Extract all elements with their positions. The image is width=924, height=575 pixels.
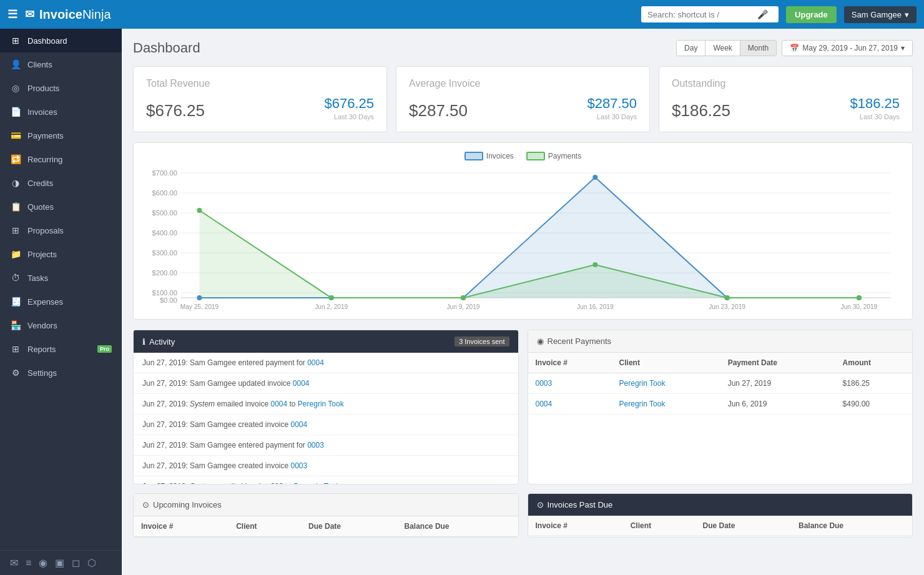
upcoming-invoices-header-left: ⊙ Upcoming Invoices bbox=[142, 500, 222, 509]
invoice-link[interactable]: 0004 bbox=[536, 400, 553, 408]
main-content: Dashboard Day Week Month 📅 May 29, 2019 … bbox=[122, 29, 924, 575]
sidebar-item-proposals[interactable]: ⊞ Proposals bbox=[0, 219, 122, 242]
sidebar-item-label: Payments bbox=[27, 131, 112, 140]
payment-dot-4 bbox=[592, 262, 597, 267]
email-icon[interactable]: ✉ bbox=[10, 557, 18, 569]
total-revenue-title: Total Revenue bbox=[146, 78, 374, 89]
list-icon[interactable]: ≡ bbox=[26, 558, 31, 569]
client-link[interactable]: Peregrin Took bbox=[619, 400, 666, 408]
total-revenue-sub: Last 30 Days bbox=[324, 113, 374, 120]
activity-item: Jun 27, 2019: Sam Gamgee entered payment… bbox=[134, 353, 518, 373]
reports-icon: ⊞ bbox=[10, 344, 21, 354]
sidebar-item-credits[interactable]: ◑ Credits bbox=[0, 171, 122, 195]
sidebar-item-expenses[interactable]: 🧾 Expenses bbox=[0, 290, 122, 313]
payment-date: Jun 6, 2019 bbox=[720, 394, 835, 415]
col-balance-due: Balance Due bbox=[791, 516, 912, 536]
invoices-legend-box bbox=[464, 152, 483, 160]
invoice-link[interactable]: 0004 bbox=[307, 358, 324, 367]
activity-panel-header: ℹ Activity 3 Invoices sent bbox=[134, 330, 518, 353]
sidebar-item-quotes[interactable]: 📋 Quotes bbox=[0, 195, 122, 219]
invoice-link[interactable]: 0003 bbox=[290, 461, 307, 470]
sidebar-item-label: Products bbox=[27, 84, 112, 93]
table-header-row: Invoice # Client Due Date Balance Due bbox=[134, 516, 518, 537]
tasks-icon: ⏱ bbox=[10, 273, 21, 283]
svg-text:Jun 16, 2019: Jun 16, 2019 bbox=[577, 303, 614, 310]
period-week-button[interactable]: Week bbox=[705, 41, 740, 56]
recent-payments-header-left: ◉ Recent Payments bbox=[537, 337, 612, 346]
box-icon[interactable]: ◻ bbox=[72, 557, 80, 569]
period-day-button[interactable]: Day bbox=[677, 41, 705, 56]
search-input[interactable] bbox=[647, 10, 754, 19]
sidebar-item-projects[interactable]: 📁 Projects bbox=[0, 242, 122, 266]
total-revenue-main: $676.25 bbox=[146, 101, 205, 120]
sidebar-item-vendors[interactable]: 🏪 Vendors bbox=[0, 313, 122, 337]
vendors-icon: 🏪 bbox=[10, 320, 21, 330]
invoices-past-due-header-left: ⊙ Invoices Past Due bbox=[537, 500, 613, 509]
recurring-icon: 🔁 bbox=[10, 154, 21, 164]
svg-text:$600.00: $600.00 bbox=[152, 189, 177, 197]
logo-text: InvoiceNinja bbox=[39, 7, 111, 22]
invoice-dot-4 bbox=[592, 175, 597, 180]
grid-icon[interactable]: ▣ bbox=[55, 557, 64, 569]
user-name: Sam Gamgee bbox=[852, 10, 902, 19]
svg-text:May 25, 2019: May 25, 2019 bbox=[180, 303, 219, 310]
sidebar-item-dashboard[interactable]: ⊞ Dashboard bbox=[0, 29, 122, 52]
upcoming-invoices-body: Invoice # Client Due Date Balance Due bbox=[134, 516, 518, 537]
legend-payments: Payments bbox=[526, 152, 581, 160]
date-range-text: May 29, 2019 - Jun 27, 2019 bbox=[802, 44, 898, 52]
payment-amount: $490.00 bbox=[835, 394, 912, 415]
hex-icon[interactable]: ⬡ bbox=[87, 557, 96, 569]
table-header-row: Invoice # Client Payment Date Amount bbox=[528, 353, 913, 373]
payment-dot-1 bbox=[197, 208, 202, 213]
client-link[interactable]: Peregrin Took bbox=[619, 379, 666, 388]
bottom-grid: ℹ Activity 3 Invoices sent Jun 27, 2019:… bbox=[133, 330, 913, 538]
invoice-link[interactable]: 0004 bbox=[270, 400, 287, 408]
sidebar-item-clients[interactable]: 👤 Clients bbox=[0, 52, 122, 76]
outstanding-title: Outstanding bbox=[672, 78, 900, 89]
invoice-link[interactable]: 0003 bbox=[536, 379, 553, 388]
settings-icon: ⚙ bbox=[10, 368, 21, 378]
outstanding-card: Outstanding $186.25 $186.25 Last 30 Days bbox=[659, 66, 913, 132]
invoice-link[interactable]: 0004 bbox=[293, 379, 310, 388]
recent-payments-panel: ◉ Recent Payments Invoice # Client Payme… bbox=[528, 330, 913, 484]
sidebar-item-invoices[interactable]: 📄 Invoices bbox=[0, 100, 122, 124]
invoice-link[interactable]: 0004 bbox=[290, 420, 307, 429]
sidebar-item-payments[interactable]: 💳 Payments bbox=[0, 124, 122, 147]
menu-icon[interactable]: ☰ bbox=[7, 7, 17, 21]
sidebar-item-settings[interactable]: ⚙ Settings bbox=[0, 361, 122, 385]
period-month-button[interactable]: Month bbox=[740, 41, 776, 56]
col-balance-due: Balance Due bbox=[397, 516, 518, 537]
client-link[interactable]: Peregrin Took bbox=[298, 400, 344, 408]
sidebar-bottom: ✉ ≡ ◉ ▣ ◻ ⬡ bbox=[0, 550, 122, 575]
total-revenue-body: $676.25 $676.25 Last 30 Days bbox=[146, 96, 374, 120]
date-range-button[interactable]: 📅 May 29, 2019 - Jun 27, 2019 ▾ bbox=[782, 40, 913, 56]
average-invoice-card: Average Invoice $287.50 $287.50 Last 30 … bbox=[396, 66, 650, 132]
invoice-link[interactable]: 0003 bbox=[307, 441, 324, 450]
sidebar-item-label: Projects bbox=[27, 250, 112, 259]
sidebar-item-tasks[interactable]: ⏱ Tasks bbox=[0, 266, 122, 290]
average-invoice-body: $287.50 $287.50 Last 30 Days bbox=[409, 96, 637, 120]
chart-legend: Invoices Payments bbox=[142, 152, 903, 160]
upgrade-button[interactable]: Upgrade bbox=[786, 6, 837, 23]
svg-text:$200.00: $200.00 bbox=[152, 269, 177, 277]
sidebar-item-recurring[interactable]: 🔁 Recurring bbox=[0, 147, 122, 171]
average-invoice-title: Average Invoice bbox=[409, 78, 637, 89]
sidebar-item-label: Vendors bbox=[27, 321, 112, 330]
col-due-date: Due Date bbox=[301, 516, 397, 537]
average-invoice-blue: $287.50 bbox=[587, 96, 637, 112]
sidebar: ⊞ Dashboard 👤 Clients ◎ Products 📄 Invoi… bbox=[0, 29, 122, 575]
payment-date: Jun 27, 2019 bbox=[720, 373, 835, 394]
recent-payments-thead: Invoice # Client Payment Date Amount bbox=[528, 353, 913, 373]
payment-dot-5 bbox=[725, 295, 730, 300]
user-menu-button[interactable]: Sam Gamgee ▾ bbox=[844, 6, 917, 23]
activity-list[interactable]: Jun 27, 2019: Sam Gamgee entered payment… bbox=[134, 353, 518, 484]
upcoming-invoices-table: Invoice # Client Due Date Balance Due bbox=[134, 516, 518, 537]
sidebar-item-label: Clients bbox=[27, 60, 112, 69]
average-invoice-main: $287.50 bbox=[409, 101, 468, 120]
sidebar-item-reports[interactable]: ⊞ Reports Pro bbox=[0, 337, 122, 361]
client-link[interactable]: Peregrin Took bbox=[293, 482, 340, 484]
help-icon[interactable]: ◉ bbox=[39, 557, 47, 569]
sidebar-item-label: Reports bbox=[27, 345, 91, 354]
search-box: 🎤 bbox=[641, 6, 779, 22]
sidebar-item-products[interactable]: ◎ Products bbox=[0, 76, 122, 100]
